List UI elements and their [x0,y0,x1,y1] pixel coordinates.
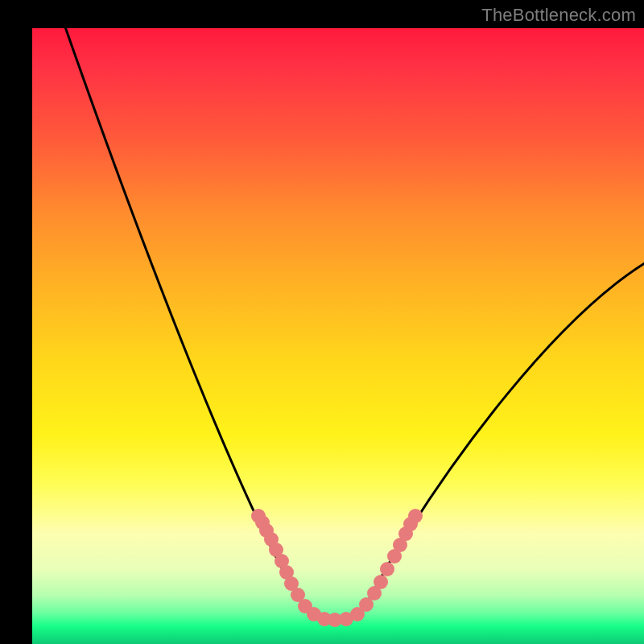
watermark-text: TheBottleneck.com [481,5,636,26]
bottleneck-curve [63,28,644,620]
marker-group [251,509,423,627]
plot-area [32,28,644,644]
data-marker [380,562,394,576]
curve-layer [32,28,644,644]
data-marker [374,575,388,589]
chart-frame: TheBottleneck.com [0,0,644,644]
data-marker [408,509,423,523]
